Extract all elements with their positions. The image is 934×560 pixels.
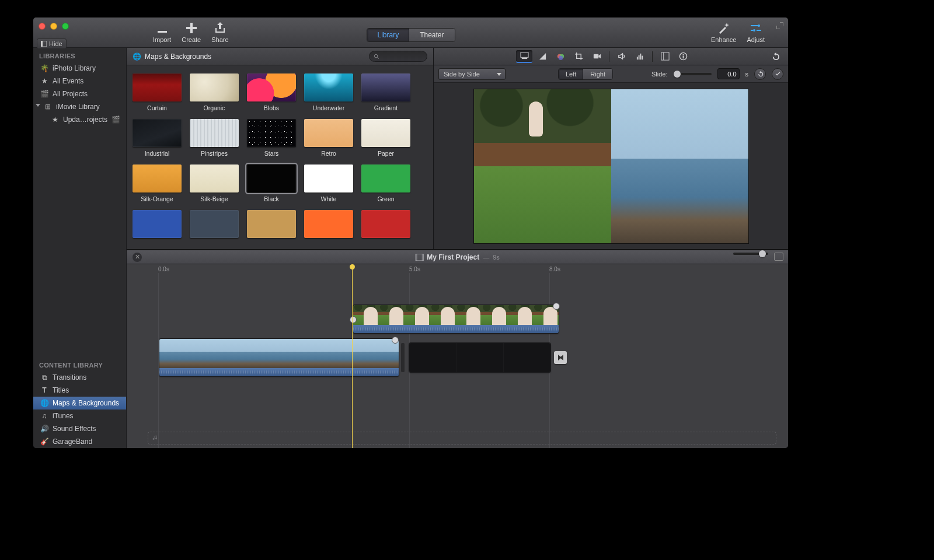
sidebar-item-transitions[interactable]: ⧉Transitions [33,371,126,384]
background-paper[interactable]: Paper [361,119,410,157]
info-tab[interactable] [675,50,691,63]
clip-cutaway[interactable] [353,305,559,333]
side-left[interactable]: Left [559,69,583,79]
clapper-icon: 🎬 [40,90,48,98]
background-gradient[interactable]: Gradient [361,74,410,111]
zoom-window-button[interactable] [62,23,69,30]
svg-rect-12 [640,54,641,60]
clip-background-black[interactable] [409,343,550,372]
playhead[interactable] [352,264,353,448]
slide-slider[interactable] [674,73,712,75]
adjust-button[interactable]: Adjust [747,21,765,43]
toolbar-actions: Import Create Share [153,21,229,43]
time-ruler[interactable]: 0.0s5.0s8.0s [127,264,788,275]
clip-end-handle[interactable] [392,337,399,344]
background-item-19[interactable] [361,210,410,238]
clip-end-handle[interactable] [553,303,560,310]
sidebar-item-project[interactable]: ★Upda…rojects 🎬 [33,113,126,126]
library-theater-segment[interactable]: Library Theater [366,28,455,42]
overlay-mode-dropdown[interactable]: Side by Side [438,68,506,80]
background-black[interactable]: Black [247,164,296,202]
content-browser: 🌐 Maps & Backgrounds CurtainOrganicBlobs… [127,48,434,249]
swatch-label: Underwater [313,104,344,111]
import-button[interactable]: Import [153,21,171,43]
apply-button[interactable] [772,68,783,80]
background-stars[interactable]: Stars [247,119,296,157]
speed-tab[interactable] [657,50,673,63]
sidebar-item-sound-effects[interactable]: 🔊Sound Effects [33,422,126,435]
transition-button[interactable] [554,351,567,364]
background-blobs[interactable]: Blobs [247,74,296,111]
guitar-icon: 🎸 [40,438,48,446]
background-item-16[interactable] [190,210,239,238]
disclosure-triangle-icon[interactable] [36,104,40,107]
titlebar: Hide Import Create Share Library Theater [33,18,788,48]
reset-button[interactable] [754,68,766,80]
background-industrial[interactable]: Industrial [133,119,182,157]
clapper-icon: 🎬 [111,116,120,124]
tab-library[interactable]: Library [367,29,409,41]
svg-rect-1 [41,41,43,47]
clip-start-handle[interactable] [350,316,357,323]
sidebar-item-titles[interactable]: TTitles [33,384,126,397]
music-well[interactable] [148,432,776,444]
sidebar-item-iphoto[interactable]: 🌴iPhoto Library [33,62,126,75]
timeline-layout-button[interactable] [774,253,783,261]
tab-theater[interactable]: Theater [409,29,454,41]
sidebar-item-all-events[interactable]: ★All Events [33,75,126,88]
revert-button[interactable] [767,50,783,63]
background-organic[interactable]: Organic [190,74,239,111]
swatch [304,210,353,238]
slide-value-field[interactable]: 0.0 [717,68,740,79]
gap-indicator [401,343,405,372]
background-white[interactable]: White [304,164,353,202]
color-correction-tab[interactable] [552,50,569,63]
timeline: ✕ My First Project — 9s 0.0s5.0s8.0s [127,250,788,448]
fullscreen-icon[interactable] [776,22,783,29]
titles-icon: T [40,386,48,394]
background-silk-beige[interactable]: Silk-Beige [190,164,239,202]
stabilization-tab[interactable] [588,50,605,63]
swatch-label: Industrial [145,150,170,157]
svg-rect-18 [682,54,684,55]
svg-point-8 [558,56,563,61]
create-button[interactable]: Create [182,21,201,43]
sidebar-item-itunes[interactable]: ♫iTunes [33,410,126,422]
crop-tab[interactable] [570,50,587,63]
swatch [247,164,296,192]
video-overlay-tab[interactable] [516,50,532,63]
side-select-segment[interactable]: Left Right [558,68,613,80]
timeline-zoom-slider[interactable] [733,253,768,262]
sidebar-item-garageband[interactable]: 🎸GarageBand [33,435,126,448]
swatch-label: Silk-Orange [141,195,173,202]
hide-sidebar-button[interactable]: Hide [37,38,67,49]
close-window-button[interactable] [39,23,46,30]
volume-tab[interactable] [614,50,630,63]
swatch-label: Black [264,195,279,202]
background-retro[interactable]: Retro [304,119,353,157]
background-pinstripes[interactable]: Pinstripes [190,119,239,157]
share-button[interactable]: Share [211,21,228,43]
minimize-window-button[interactable] [50,23,57,30]
side-by-side-preview[interactable] [474,89,748,243]
side-right[interactable]: Right [583,69,612,79]
preview-left-pane [474,89,611,243]
color-balance-tab[interactable] [534,50,550,63]
sidebar-item-maps-backgrounds[interactable]: 🌐Maps & Backgrounds [33,397,126,410]
background-silk-orange[interactable]: Silk-Orange [133,164,182,202]
enhance-button[interactable]: Enhance [711,21,736,43]
sidebar-item-imovie-library[interactable]: ⊞iMovie Library [33,100,126,113]
sidebar-item-all-projects[interactable]: 🎬All Projects [33,88,126,100]
background-green[interactable]: Green [361,164,410,202]
background-item-15[interactable] [133,210,182,238]
clip-main[interactable] [159,339,399,376]
background-item-18[interactable] [304,210,353,238]
background-item-17[interactable] [247,210,296,238]
search-input[interactable] [369,51,427,62]
close-timeline-button[interactable]: ✕ [133,253,142,262]
background-underwater[interactable]: Underwater [304,74,353,111]
background-curtain[interactable]: Curtain [133,74,182,111]
timeline-body[interactable]: 0.0s5.0s8.0s [127,264,788,448]
equalizer-tab[interactable] [632,50,648,63]
create-label: Create [182,36,201,43]
